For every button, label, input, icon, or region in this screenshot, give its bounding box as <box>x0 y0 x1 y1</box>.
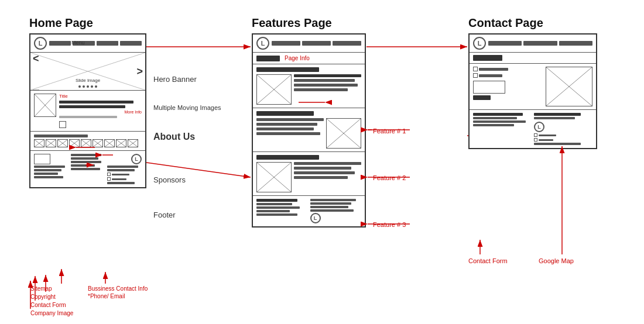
home-about: Title More Info <box>30 91 145 132</box>
feat-footer-col1 <box>256 199 308 223</box>
multiple-moving-label: Multiple Moving Images <box>153 104 221 111</box>
footer-check-bar-1 <box>112 174 129 175</box>
f1b3 <box>294 84 358 87</box>
footer-bar-2d <box>71 164 95 167</box>
features-page-section: Features Page L Page Info <box>252 16 366 228</box>
feat3-content <box>256 162 361 192</box>
sponsor-4 <box>69 139 80 147</box>
feature-1-section <box>253 64 365 108</box>
about-image-box <box>34 94 56 117</box>
cff-check-row2 <box>534 138 592 142</box>
about-x-svg <box>35 94 56 116</box>
dot-1 <box>78 85 81 88</box>
page-info-label: Page Info <box>285 55 310 61</box>
home-wireframe: L Menu < > <box>29 33 146 188</box>
feat2-image <box>326 118 361 149</box>
about-bar-2 <box>59 105 125 108</box>
footer-box-1 <box>34 154 50 164</box>
cff1 <box>473 113 523 116</box>
footer-bar-1b <box>34 169 61 171</box>
slide-image-label: Slide Image <box>76 78 100 83</box>
nav-bar-1 <box>49 41 71 46</box>
footer-bar-3b <box>107 169 135 171</box>
contact-footer-col2: L <box>534 113 592 145</box>
features-nav-items <box>272 41 361 46</box>
feature-2-section <box>253 108 365 152</box>
more-info-label: More Info <box>59 110 142 114</box>
contact-page-bar <box>473 55 502 61</box>
features-nav: L <box>253 35 365 53</box>
contact-form-outside-label: Contact Form <box>468 257 508 264</box>
f1b1 <box>294 74 361 77</box>
dot-3 <box>87 85 89 88</box>
footer-check-1 <box>107 173 111 176</box>
cff3 <box>473 120 526 123</box>
footer-bar-1c <box>34 173 58 175</box>
business-contact-label: Bussiness Contact Info <box>88 285 148 292</box>
home-contact-form-label: Contact Form <box>30 302 66 308</box>
ff3 <box>256 206 300 209</box>
ff8 <box>310 206 349 208</box>
contact-nav: L <box>470 35 596 53</box>
feature1-label: Feature # 1 <box>373 127 406 135</box>
cf-row-1 <box>473 67 543 71</box>
feat1-content <box>256 74 361 105</box>
footer-bar-3c <box>107 182 135 184</box>
cf-textarea <box>473 81 505 94</box>
feat-nav-bar-3 <box>333 41 361 46</box>
footer-logo: L <box>131 154 142 164</box>
cff-check-2 <box>534 138 537 142</box>
slider-arrow-left[interactable]: < <box>33 53 39 91</box>
cff5 <box>534 113 581 116</box>
footer-bar-3a <box>107 166 138 168</box>
feature3-label: Feature # 3 <box>373 221 406 228</box>
features-wireframe: L Page Info <box>252 33 366 228</box>
f1b2 <box>294 79 355 82</box>
sponsors-bar-top <box>34 135 142 137</box>
f3b3 <box>294 171 355 174</box>
feat-nav-bar-2 <box>302 41 331 46</box>
footer-bar-2c <box>71 161 102 163</box>
feat2-title-bar <box>256 111 314 116</box>
about-us-label: About Us <box>153 132 195 142</box>
feat2-content <box>256 118 361 149</box>
contact-map-svg <box>546 67 592 106</box>
feat3-text <box>294 162 361 192</box>
home-nav: L <box>30 35 145 53</box>
feat2-text <box>256 118 324 149</box>
sponsor-6 <box>93 139 103 147</box>
footer-bar-2b <box>71 157 98 160</box>
home-logo: L <box>34 37 47 50</box>
sponsor-9 <box>128 139 138 147</box>
main-container: Home Page L Menu < > <box>0 0 644 324</box>
sitemap-label: Sitemap <box>30 285 52 292</box>
footer-col-1 <box>34 154 68 184</box>
sponsor-2 <box>46 139 56 147</box>
cont-nav-1 <box>488 41 522 46</box>
page-info-section: Page Info <box>253 53 365 64</box>
cff-check-row1 <box>534 133 592 137</box>
hero-dots <box>78 85 97 88</box>
ff7 <box>310 202 351 205</box>
contact-footer: L <box>470 110 596 148</box>
nav-bar-3 <box>97 41 118 46</box>
hero-banner-label: Hero Banner <box>153 75 197 84</box>
footer-check-bar-2 <box>112 178 126 180</box>
slider-arrow-right[interactable]: > <box>136 66 143 78</box>
f2b3 <box>256 127 314 130</box>
home-page-section: Home Page L Menu < > <box>29 16 146 188</box>
contact-mid <box>470 64 596 110</box>
cf-check-2 <box>473 73 478 78</box>
cf-submit <box>473 95 491 100</box>
cf-bar-1 <box>479 68 508 71</box>
cont-nav-3 <box>559 41 592 46</box>
cf-check-1 <box>473 67 478 71</box>
features-page-title: Features Page <box>252 16 366 30</box>
sponsor-3 <box>57 139 68 147</box>
nav-bar-4 <box>120 41 142 46</box>
copyright-label: Copyright <box>30 294 56 300</box>
f3b4 <box>294 176 348 179</box>
cff6 <box>534 117 575 119</box>
phone-email-label: *Phone/ Email <box>88 293 125 299</box>
feat3-image <box>256 162 292 192</box>
